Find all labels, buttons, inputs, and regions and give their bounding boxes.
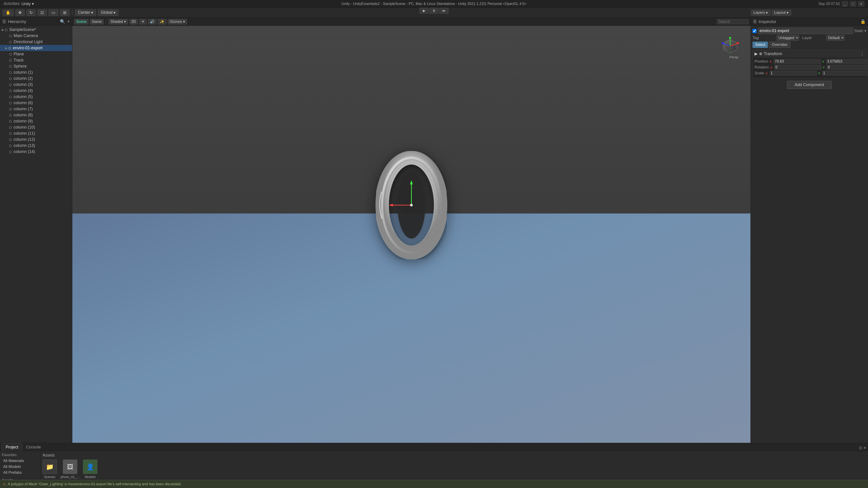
hierarchy-item[interactable]: ⬡Main Camera <box>0 33 72 39</box>
bottom-close-icon[interactable]: ✕ <box>863 446 866 450</box>
hierarchy-item[interactable]: ⬡column (1) <box>0 69 72 75</box>
object-active-checkbox[interactable] <box>752 29 756 33</box>
favorites-all-prefabs[interactable]: All Prefabs <box>2 470 39 476</box>
maximize-icon[interactable]: □ <box>850 1 856 6</box>
asset-model[interactable]: 👤 Models <box>83 459 97 479</box>
tag-select[interactable]: Untagged <box>776 35 799 41</box>
hierarchy-search-icon[interactable]: 🔍 <box>60 19 65 24</box>
unity-menu[interactable]: Unity ▾ <box>22 1 34 6</box>
transform-section-header[interactable]: ▶ ⊕ Transform ⋮ <box>753 50 866 58</box>
hierarchy-item[interactable]: ⬡column (12) <box>0 136 72 142</box>
overrides-tab-btn[interactable]: Overrides <box>769 41 790 48</box>
favorites-all-models[interactable]: All Models <box>2 464 39 470</box>
lighting-btn[interactable]: ☀ <box>139 19 147 24</box>
transform-tool-btn[interactable]: ⊞ <box>60 9 69 16</box>
hierarchy-item[interactable]: ⬡column (13) <box>0 142 72 149</box>
layout-button[interactable]: Layout ▾ <box>772 10 791 15</box>
step-button[interactable]: ⏭ <box>439 8 448 13</box>
inspector-panel: ☰ Inspector 🔒 Static ▾ Tag Untagged Laye… <box>750 18 868 443</box>
global-btn[interactable]: Global ▾ <box>98 9 119 16</box>
rect-tool-btn[interactable]: ▭ <box>49 9 58 16</box>
center-btn[interactable]: Center ▾ <box>75 9 96 16</box>
2d-btn[interactable]: 2D <box>129 19 138 24</box>
hierarchy-add-icon[interactable]: + <box>67 19 70 24</box>
hierarchy-item[interactable]: ⬡Directional Light <box>0 39 72 45</box>
scene-search-input[interactable] <box>717 19 749 24</box>
hierarchy-content[interactable]: ▶⬡SampleScene*⬡Main Camera⬡Directional L… <box>0 26 72 443</box>
hierarchy-item[interactable]: ⬡Sphere <box>0 63 72 69</box>
effects-btn[interactable]: ✨ <box>158 19 166 24</box>
select-tab-btn[interactable]: Select <box>752 41 768 48</box>
hierarchy-item[interactable]: ⬡column (14) <box>0 149 72 155</box>
layers-button[interactable]: Layers ▾ <box>751 10 770 15</box>
inspector-lock-icon[interactable]: 🔒 <box>860 19 866 24</box>
hierarchy-item-label: column (5) <box>13 94 33 99</box>
hierarchy-obj-icon: ⬡ <box>9 34 12 38</box>
bottom-expand-icon[interactable]: ⊡ <box>859 446 862 450</box>
hierarchy-item[interactable]: ⬡column (5) <box>0 94 72 100</box>
object-name-input[interactable] <box>758 28 853 34</box>
hierarchy-item-label: Plane <box>13 52 24 57</box>
hierarchy-item-label: column (2) <box>13 76 33 81</box>
minimize-icon[interactable]: _ <box>842 1 848 6</box>
audio-btn[interactable]: 🔊 <box>148 19 156 24</box>
hierarchy-item[interactable]: ⬡column (4) <box>0 88 72 94</box>
project-tab[interactable]: Project <box>2 443 22 451</box>
hierarchy-item-label: column (7) <box>13 107 33 111</box>
hierarchy-item[interactable]: ⬡column (2) <box>0 75 72 82</box>
hierarchy-item[interactable]: ⬡column (9) <box>0 118 72 124</box>
asset-folder[interactable]: 📁 Scenes <box>42 459 57 479</box>
scene-gizmo[interactable] <box>721 37 739 55</box>
rotation-y-input[interactable] <box>827 65 868 70</box>
transform-section-body: Position X Y Z <box>753 58 866 78</box>
transform-menu-icon[interactable]: ⋮ <box>860 51 864 56</box>
hierarchy-item[interactable]: ⬡column (7) <box>0 106 72 112</box>
scene-canvas[interactable]: Persp <box>72 26 750 443</box>
hierarchy-item[interactable]: ⬡Track <box>0 57 72 63</box>
hierarchy-item[interactable]: ▶⬡enviro-01-export <box>0 45 72 51</box>
layers-label: Layers ▾ Layout ▾ <box>751 8 791 18</box>
scale-x-input[interactable] <box>770 71 817 76</box>
hierarchy-item-label: column (1) <box>13 70 33 75</box>
position-x-input[interactable] <box>774 59 821 64</box>
gizmos-btn[interactable]: Gizmos ▾ <box>168 19 187 24</box>
pause-button[interactable]: ⏸ <box>430 8 438 13</box>
hierarchy-item[interactable]: ⬡column (8) <box>0 112 72 118</box>
add-component-button[interactable]: Add Component <box>787 81 831 89</box>
static-checkbox: Static ▾ <box>855 29 866 33</box>
layer-select[interactable]: Default <box>826 35 844 41</box>
play-button[interactable]: ▶ <box>420 8 429 13</box>
hierarchy-item[interactable]: ⬡Plane <box>0 51 72 57</box>
rotation-x-field: X <box>770 65 822 70</box>
favorites-all-materials[interactable]: All Materials <box>2 458 39 464</box>
hierarchy-item-label: column (11) <box>13 131 35 136</box>
rotate-tool-btn[interactable]: ↻ <box>26 9 36 16</box>
close-icon[interactable]: ✕ <box>858 1 864 6</box>
object-name-row: Static ▾ <box>752 28 866 34</box>
rotation-x-input[interactable] <box>774 65 822 70</box>
game-tab[interactable]: Game <box>90 19 104 24</box>
torus-object[interactable] <box>373 151 450 261</box>
scene-tab[interactable]: Scene <box>74 19 88 24</box>
console-tab[interactable]: Console <box>22 443 45 451</box>
activities-label: Activities <box>4 1 20 6</box>
hierarchy-obj-icon: ⬡ <box>9 53 12 56</box>
hierarchy-item[interactable]: ⬡column (3) <box>0 82 72 88</box>
scale-y-input[interactable] <box>822 71 868 76</box>
hand-tool-btn[interactable]: ✋ <box>3 9 13 16</box>
hierarchy-item[interactable]: ⬡column (11) <box>0 130 72 136</box>
hierarchy-item[interactable]: ⬡column (10) <box>0 124 72 130</box>
model-icon: 👤 <box>83 459 97 474</box>
move-tool-btn[interactable]: ✥ <box>16 9 25 16</box>
hierarchy-item[interactable]: ▶⬡SampleScene* <box>0 27 72 33</box>
hierarchy-item-label: column (10) <box>13 125 35 130</box>
rotation-y-field: Y <box>823 65 868 70</box>
shading-mode-btn[interactable]: Shaded ▾ <box>108 19 128 24</box>
position-y-input[interactable] <box>826 59 868 64</box>
assets-header: Assets <box>42 453 866 458</box>
inspector-header: ☰ Inspector 🔒 <box>751 18 868 26</box>
hierarchy-obj-icon: ⬡ <box>9 113 12 117</box>
hierarchy-item[interactable]: ⬡column (6) <box>0 100 72 106</box>
asset-photo[interactable]: 🖼 photo_01_... <box>61 459 79 479</box>
scale-tool-btn[interactable]: ⊡ <box>37 9 47 16</box>
